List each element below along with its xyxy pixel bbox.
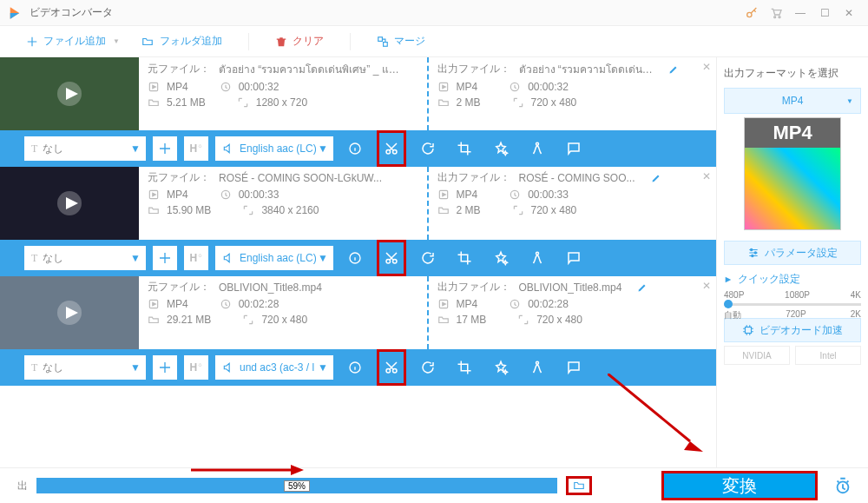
quality-slider[interactable]: 480P 1080P 4K 自動 720P 2K [724, 290, 861, 314]
subtitle-edit-button[interactable] [559, 240, 589, 276]
crop-button[interactable] [450, 349, 479, 386]
video-thumbnail[interactable] [0, 57, 139, 130]
output-duration: 00:02:28 [528, 298, 569, 310]
watermark-button[interactable] [523, 130, 552, 167]
cart-icon[interactable] [764, 1, 788, 25]
source-label: 元ファイル： [148, 170, 210, 185]
output-format: MP4 [457, 298, 478, 310]
effects-button[interactable] [486, 349, 516, 386]
hardcode-subtitle-button[interactable]: H☼ [184, 136, 208, 161]
bottombar: 出 59% 変換 [0, 467, 868, 503]
format-preview-image[interactable]: MP4 [744, 117, 841, 230]
format-icon [148, 189, 161, 201]
schedule-icon[interactable] [833, 476, 852, 495]
trim-button[interactable] [377, 240, 406, 276]
source-label: 元ファイル： [148, 280, 210, 295]
clear-button[interactable]: クリア [266, 30, 332, 52]
source-filename: ROSÉ - COMING SOON-LGkUW... [219, 172, 382, 184]
source-resolution: 1280 x 720 [256, 96, 307, 109]
svg-point-46 [752, 255, 753, 256]
parameter-settings-button[interactable]: パラメータ設定 [724, 241, 861, 265]
output-format-select[interactable]: MP4 ▼ [724, 88, 861, 114]
chevron-down-icon: ▼ [318, 252, 328, 264]
subtitle-edit-button[interactable] [559, 349, 589, 386]
trim-button[interactable] [377, 349, 406, 386]
audio-track-select[interactable]: English aac (LC)▼ [215, 246, 333, 270]
svg-rect-4 [384, 42, 388, 46]
file-action-row: Tなし▼ H☼ English aac (LC)▼ [0, 240, 716, 276]
output-folder-button[interactable] [566, 476, 592, 495]
subtitle-edit-button[interactable] [559, 130, 589, 167]
svg-marker-9 [153, 85, 156, 89]
audio-track-select[interactable]: und ac3 (ac-3 / l▼ [215, 355, 333, 380]
add-folder-button[interactable]: フォルダ追加 [132, 30, 231, 52]
svg-point-2 [779, 16, 780, 17]
convert-button[interactable]: 変換 [661, 471, 818, 500]
add-subtitle-button[interactable] [153, 136, 177, 161]
slider-knob[interactable] [724, 300, 733, 308]
quick-settings-header: クイック設定 [724, 272, 861, 287]
rotate-button[interactable] [413, 349, 443, 386]
add-subtitle-button[interactable] [153, 355, 177, 380]
effects-button[interactable] [486, 130, 516, 167]
subtitle-select[interactable]: Tなし▼ [24, 355, 146, 380]
close-button[interactable]: ✕ [837, 1, 861, 25]
hardcode-subtitle-button[interactable]: H☼ [184, 355, 208, 380]
clock-icon [509, 189, 523, 201]
crop-button[interactable] [450, 130, 479, 167]
add-subtitle-button[interactable] [153, 246, 177, 270]
effects-button[interactable] [486, 240, 516, 276]
output-size: 17 MB [457, 314, 487, 326]
watermark-button[interactable] [523, 349, 552, 386]
titlebar: ビデオコンバータ — ☐ ✕ [0, 0, 868, 26]
scale-label: 自動 [724, 309, 741, 321]
file-row: 元ファイル：OBLIVION_Title8.mp4 MP4 00:02:28 2… [0, 276, 716, 349]
svg-point-43 [536, 361, 539, 364]
video-thumbnail[interactable] [0, 167, 139, 240]
info-button[interactable] [340, 130, 370, 167]
rename-button[interactable] [668, 64, 679, 75]
rotate-button[interactable] [413, 240, 443, 276]
rotate-button[interactable] [413, 130, 443, 167]
hardcode-subtitle-button[interactable]: H☼ [184, 246, 208, 270]
output-resolution: 720 x 480 [536, 314, 582, 326]
remove-file-button[interactable]: ✕ [702, 280, 711, 292]
rename-button[interactable] [637, 282, 648, 293]
output-format-value: MP4 [782, 95, 804, 107]
maximize-button[interactable]: ☐ [812, 1, 837, 25]
remove-file-button[interactable]: ✕ [702, 61, 711, 73]
resolution-icon [237, 96, 251, 109]
app-title: ビデオコンバータ [30, 5, 113, 20]
chevron-down-icon: ▼ [130, 361, 141, 374]
info-button[interactable] [340, 349, 370, 386]
audio-track-select[interactable]: English aac (LC)▼ [215, 136, 333, 161]
source-resolution: 3840 x 2160 [261, 204, 319, 216]
output-resolution: 720 x 480 [531, 96, 577, 109]
audio-value: und ac3 (ac-3 / l [240, 361, 314, 374]
remove-file-button[interactable]: ✕ [702, 170, 711, 182]
scale-label: 720P [786, 309, 806, 321]
trim-button[interactable] [377, 130, 406, 167]
subtitle-select[interactable]: Tなし▼ [24, 246, 146, 270]
add-file-button[interactable]: ファイル追加 ▼ [17, 30, 128, 52]
merge-button[interactable]: マージ [368, 30, 434, 52]
folder-icon [148, 96, 161, 109]
format-artwork [745, 148, 840, 229]
minimize-button[interactable]: — [788, 1, 812, 25]
resolution-icon [242, 204, 256, 216]
svg-marker-38 [442, 302, 444, 306]
convert-label: 変換 [722, 474, 757, 498]
toolbar-separator [350, 33, 351, 50]
hardware-accel-button[interactable]: ビデオカード加速 [724, 318, 861, 342]
output-format-header: 出力フォーマットを選択 [724, 66, 861, 81]
crop-button[interactable] [450, 240, 479, 276]
rename-button[interactable] [651, 173, 661, 183]
format-icon [437, 189, 451, 201]
video-thumbnail[interactable] [0, 276, 139, 349]
subtitle-select[interactable]: Tなし▼ [24, 136, 146, 161]
folder-icon [148, 314, 161, 326]
watermark-button[interactable] [523, 240, 552, 276]
info-button[interactable] [340, 240, 370, 276]
key-icon[interactable] [740, 1, 764, 25]
audio-value: English aac (LC) [240, 252, 317, 264]
